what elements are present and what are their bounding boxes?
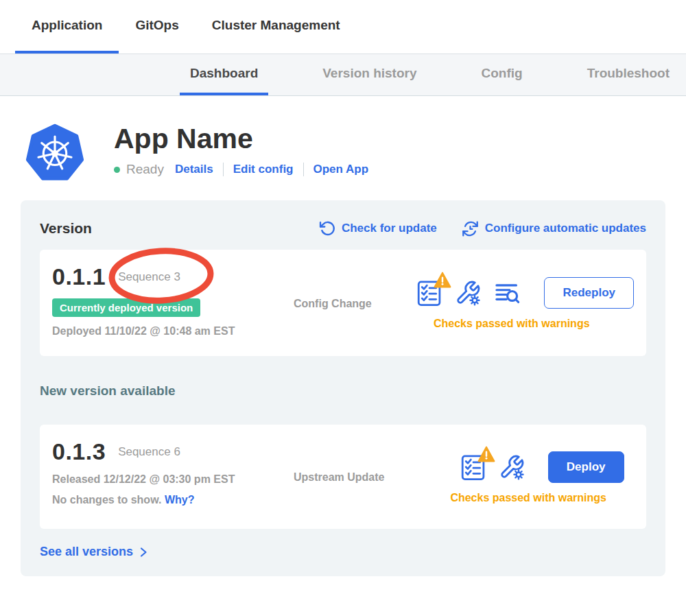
- available-version-sequence: Sequence 6: [118, 445, 180, 459]
- status-badge: Ready: [126, 162, 164, 177]
- check-for-update-link[interactable]: Check for update: [319, 220, 437, 237]
- auto-update-clock-icon: [462, 220, 479, 237]
- version-section-title: Version: [40, 220, 92, 237]
- config-wrench-icon[interactable]: [499, 453, 525, 481]
- current-version-source: Config Change: [294, 298, 403, 310]
- sub-nav: Dashboard Version history Config Trouble…: [0, 54, 686, 96]
- config-wrench-icon[interactable]: [455, 279, 481, 307]
- current-version-number: 0.1.1: [52, 263, 106, 290]
- available-version-number: 0.1.3: [52, 438, 106, 465]
- app-status-row: Ready Details Edit config Open App: [114, 162, 368, 177]
- chevron-right-icon: [139, 547, 148, 558]
- app-info: App Name Ready Details Edit config Open …: [114, 122, 368, 177]
- available-checks-status: Checks passed with warnings: [450, 492, 606, 504]
- available-version-row: 0.1.3 Sequence 6 Released 12/12/22 @ 03:…: [40, 425, 646, 529]
- version-header-actions: Check for update Configure automatic upd…: [319, 220, 646, 237]
- deployed-timestamp: Deployed 11/10/22 @ 10:48 am EST: [52, 325, 279, 337]
- available-version-actions: Deploy Checks passed with warnings: [450, 451, 634, 504]
- why-link[interactable]: Why?: [165, 494, 195, 506]
- current-version-row: 0.1.1 Sequence 3 Currently deployed vers…: [40, 250, 646, 356]
- top-tab-application[interactable]: Application: [15, 0, 119, 54]
- warning-triangle-icon: [434, 272, 451, 288]
- status-dot-icon: [114, 167, 120, 173]
- no-changes-text: No changes to show.: [52, 494, 161, 506]
- sub-tab-dashboard[interactable]: Dashboard: [180, 54, 268, 95]
- currently-deployed-badge: Currently deployed version: [52, 298, 200, 317]
- warning-triangle-icon: [477, 446, 495, 462]
- available-version-source: Upstream Update: [294, 471, 403, 484]
- details-link[interactable]: Details: [175, 163, 213, 176]
- preflight-checks-icon[interactable]: [416, 279, 442, 307]
- no-changes-row: No changes to show. Why?: [52, 494, 279, 506]
- sub-tab-troubleshoot[interactable]: Troubleshoot: [577, 54, 680, 95]
- see-all-versions-label: See all versions: [40, 545, 133, 559]
- open-app-link[interactable]: Open App: [314, 163, 369, 176]
- edit-config-link[interactable]: Edit config: [233, 163, 294, 176]
- top-nav: Application GitOps Cluster Management: [0, 0, 686, 54]
- version-card: Version Check for update: [21, 200, 665, 576]
- divider: [303, 163, 304, 176]
- kubernetes-logo-icon: [25, 122, 85, 182]
- current-version-sequence: Sequence 3: [118, 270, 180, 284]
- top-tab-gitops[interactable]: GitOps: [119, 0, 195, 54]
- current-version-info: 0.1.1 Sequence 3 Currently deployed vers…: [52, 263, 279, 337]
- configure-automatic-updates-link[interactable]: Configure automatic updates: [462, 220, 646, 237]
- app-header: App Name Ready Details Edit config Open …: [25, 122, 686, 182]
- available-version-info: 0.1.3 Sequence 6 Released 12/12/22 @ 03:…: [52, 438, 279, 506]
- released-timestamp: Released 12/12/22 @ 03:30 pm EST: [52, 473, 279, 486]
- sub-tab-version-history[interactable]: Version history: [312, 54, 427, 95]
- refresh-icon: [319, 220, 335, 237]
- top-tab-cluster-management[interactable]: Cluster Management: [196, 0, 357, 54]
- version-card-header: Version Check for update: [40, 218, 646, 239]
- view-diff-icon[interactable]: [493, 280, 521, 306]
- preflight-checks-icon[interactable]: [460, 453, 486, 482]
- see-all-versions-link[interactable]: See all versions: [40, 545, 148, 559]
- page-title: App Name: [114, 123, 368, 154]
- redeploy-button[interactable]: Redeploy: [544, 277, 634, 309]
- sub-tab-config[interactable]: Config: [471, 54, 533, 95]
- divider: [223, 163, 224, 176]
- check-for-update-label: Check for update: [342, 222, 437, 235]
- current-checks-status: Checks passed with warnings: [434, 318, 590, 330]
- configure-automatic-updates-label: Configure automatic updates: [485, 222, 646, 235]
- deploy-button[interactable]: Deploy: [548, 451, 624, 483]
- current-version-actions: Redeploy Checks passed with warnings: [416, 277, 634, 330]
- new-version-heading: New version available: [40, 383, 646, 400]
